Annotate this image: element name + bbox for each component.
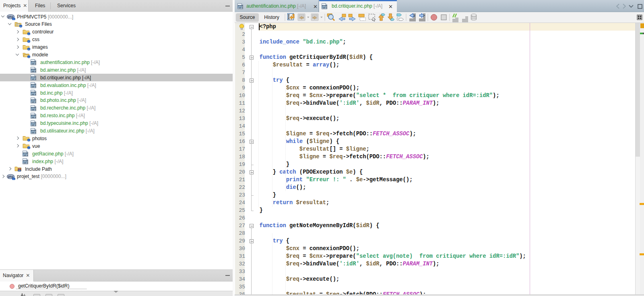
svg-text:php: php <box>23 153 28 156</box>
svg-text:php: php <box>31 84 36 87</box>
svg-text:php: php <box>31 99 36 103</box>
svg-text:php: php <box>31 130 36 133</box>
svg-text:php: php <box>31 69 36 72</box>
svg-text:php: php <box>31 107 36 110</box>
svg-text:php: php <box>31 92 36 95</box>
svg-text:php: php <box>31 77 36 80</box>
svg-text:php: php <box>322 5 327 8</box>
svg-text:php: php <box>31 62 36 65</box>
svg-text:php: php <box>238 5 243 8</box>
svg-text:php: php <box>31 115 36 118</box>
svg-text:php: php <box>31 122 36 126</box>
svg-text:php: php <box>23 160 28 164</box>
